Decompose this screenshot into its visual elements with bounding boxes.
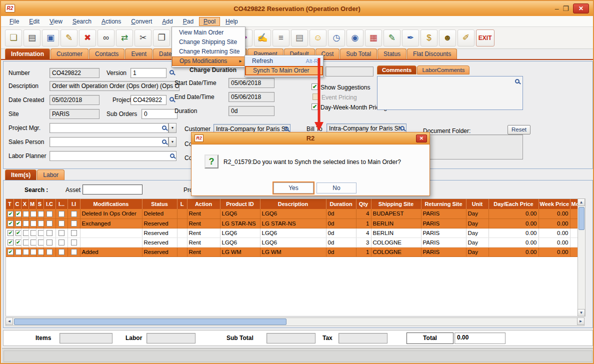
- print-labels-button[interactable]: ▤: [291, 30, 308, 46]
- column-header-x[interactable]: X: [21, 199, 28, 209]
- pool-menu-item-ops-modifications[interactable]: Ops Modifications►: [172, 56, 245, 66]
- column-header-i-[interactable]: I...: [56, 199, 68, 209]
- row-checkbox-i-i[interactable]: [71, 211, 77, 217]
- table-row[interactable]: ✔✔Deleted In Ops OrderDeletedRentLGQ6LGQ…: [6, 209, 584, 218]
- scroll-left-arrow[interactable]: ◄: [6, 318, 13, 325]
- row-checkbox-x[interactable]: [23, 230, 29, 236]
- save-button[interactable]: ▣: [42, 30, 59, 46]
- time-clock-button[interactable]: ◷: [328, 30, 345, 46]
- row-checkbox-c[interactable]: [16, 249, 22, 255]
- tab-flat-discounts[interactable]: Flat Discounts: [407, 48, 457, 59]
- smiley-button[interactable]: ☺: [310, 30, 326, 46]
- row-checkbox-m[interactable]: [30, 249, 36, 255]
- menu-actions[interactable]: Actions: [97, 17, 126, 26]
- project-search-icon[interactable]: [170, 97, 174, 102]
- row-checkbox-c[interactable]: ✔: [16, 230, 22, 236]
- column-header-week-price[interactable]: Week Price: [538, 199, 570, 209]
- row-checkbox-i-i[interactable]: [71, 240, 77, 246]
- column-header-s[interactable]: S: [36, 199, 44, 209]
- menu-convert[interactable]: Convert: [126, 17, 156, 26]
- menu-file[interactable]: File: [5, 17, 24, 26]
- disk-button[interactable]: ◉: [346, 30, 364, 46]
- row-checkbox-t[interactable]: ✔: [8, 249, 14, 255]
- copies-stack-button[interactable]: ≡: [272, 30, 290, 46]
- column-header-l[interactable]: L: [177, 199, 187, 209]
- start-date-field[interactable]: 05/06/2018: [228, 78, 274, 88]
- table-row[interactable]: ✔✔ExchangedReservedRentLG STAR-NSLG STAR…: [6, 218, 584, 228]
- vertical-scroll-thumb[interactable]: [578, 207, 584, 230]
- scroll-down-arrow[interactable]: ▼: [578, 309, 585, 316]
- tab-status[interactable]: Status: [378, 48, 406, 59]
- column-header-i-c[interactable]: I.C: [44, 199, 56, 209]
- column-header-status[interactable]: Status: [142, 199, 177, 209]
- row-checkbox-s[interactable]: [38, 249, 44, 255]
- row-checkbox-i-c[interactable]: [46, 249, 52, 255]
- horizontal-scrollbar[interactable]: ◄ ►: [6, 318, 584, 326]
- menu-search[interactable]: Search: [68, 17, 96, 26]
- row-checkbox-i-[interactable]: [58, 220, 64, 226]
- comments-tab-laborcomments[interactable]: LaborComments: [417, 66, 470, 74]
- menu-edit[interactable]: Edit: [24, 17, 44, 26]
- row-checkbox-s[interactable]: [38, 211, 44, 217]
- row-checkbox-c[interactable]: ✔: [16, 240, 22, 246]
- tab-information[interactable]: Information: [5, 48, 50, 59]
- row-checkbox-x[interactable]: [23, 240, 29, 246]
- description-field[interactable]: Order with Operation Order (Ops Order) (…: [50, 81, 180, 91]
- project-field[interactable]: CO429822: [130, 95, 166, 105]
- tab-customer[interactable]: Customer: [50, 48, 88, 59]
- column-header-product-id[interactable]: Product ID: [220, 199, 260, 209]
- project-mgr-dropdown-button[interactable]: ▼: [168, 123, 176, 133]
- row-checkbox-s[interactable]: [38, 230, 44, 236]
- find-binoculars-button[interactable]: ∞: [98, 30, 114, 46]
- cube-button[interactable]: ▦: [365, 30, 382, 46]
- customer-search-icon[interactable]: [284, 126, 288, 131]
- horizontal-scroll-thumb[interactable]: [14, 318, 286, 325]
- row-checkbox-m[interactable]: [30, 230, 36, 236]
- close-button[interactable]: ✕: [573, 4, 589, 14]
- column-header-unit[interactable]: Unit: [466, 199, 488, 209]
- yes-button[interactable]: Yes: [274, 182, 314, 194]
- menu-pad[interactable]: Pad: [178, 17, 198, 26]
- version-search-icon[interactable]: [170, 70, 174, 74]
- row-checkbox-x[interactable]: [23, 220, 29, 226]
- tab-event[interactable]: Event: [125, 48, 152, 59]
- row-checkbox-s[interactable]: [38, 220, 44, 226]
- project-mgr-search-icon[interactable]: [162, 126, 166, 130]
- note-edit-button[interactable]: ✍: [254, 30, 271, 46]
- column-header-shipping-site[interactable]: Shipping Site: [371, 199, 421, 209]
- row-checkbox-s[interactable]: [38, 240, 44, 246]
- number-field[interactable]: CO429822: [50, 68, 100, 78]
- labor-planner-field[interactable]: [50, 151, 176, 161]
- comments-box[interactable]: [377, 76, 523, 110]
- row-checkbox-x[interactable]: [23, 211, 29, 217]
- minimize-button[interactable]: –: [555, 4, 559, 13]
- column-header-action[interactable]: Action: [187, 199, 220, 209]
- menu-add[interactable]: Add: [158, 17, 177, 26]
- row-checkbox-t[interactable]: ✔: [8, 220, 14, 226]
- row-checkbox-i-i[interactable]: [71, 230, 77, 236]
- column-header-duration[interactable]: Duration: [326, 199, 356, 209]
- row-checkbox-i-i[interactable]: [71, 249, 77, 255]
- scroll-right-arrow[interactable]: ►: [577, 318, 584, 325]
- menu-help[interactable]: Help: [221, 17, 242, 26]
- version-field[interactable]: 1: [130, 68, 166, 78]
- pen-blue-button[interactable]: ✒: [402, 30, 419, 46]
- comments-search-icon[interactable]: [515, 79, 520, 84]
- magic-wand-button[interactable]: ✐: [458, 30, 474, 46]
- delete-button[interactable]: ✖: [79, 30, 96, 46]
- pool-menu-item-change-returning-site[interactable]: Change Returning Site: [172, 47, 245, 56]
- pool-menu-item-view-main-order[interactable]: View Main Order: [172, 28, 245, 38]
- table-row[interactable]: ✔✔ReservedRentLGQ6LGQ60d3COLOGNEPARISDay…: [6, 238, 584, 247]
- column-header-qty[interactable]: Qty: [356, 199, 371, 209]
- row-checkbox-m[interactable]: [30, 211, 36, 217]
- labor-planner-search-icon[interactable]: [170, 154, 174, 158]
- row-checkbox-t[interactable]: ✔: [8, 230, 14, 236]
- tab-contacts[interactable]: Contacts: [89, 48, 124, 59]
- row-checkbox-i-c[interactable]: [46, 230, 52, 236]
- asset-search-input[interactable]: [82, 184, 142, 194]
- row-checkbox-m[interactable]: [30, 240, 36, 246]
- copy-button[interactable]: ❐: [153, 30, 170, 46]
- row-checkbox-i-[interactable]: [58, 249, 64, 255]
- row-checkbox-t[interactable]: ✔: [8, 240, 14, 246]
- sales-person-search-icon[interactable]: [162, 140, 166, 144]
